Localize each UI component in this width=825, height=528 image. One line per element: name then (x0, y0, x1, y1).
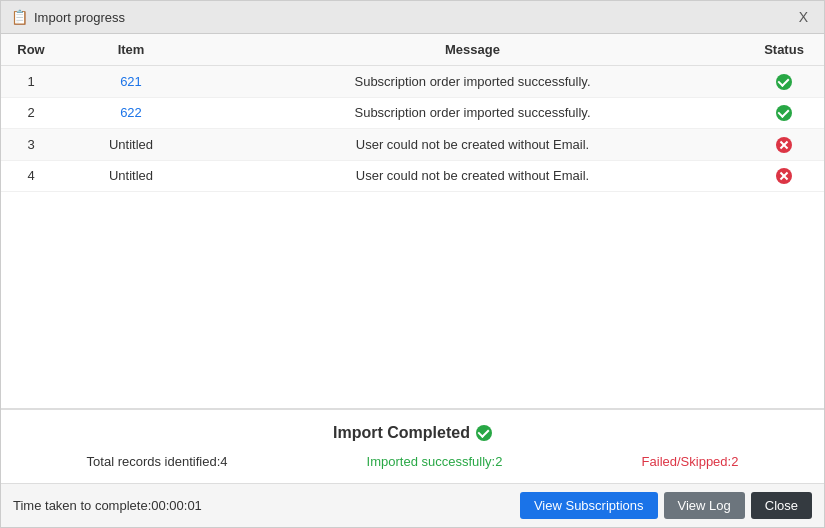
error-icon (776, 137, 792, 153)
time-taken: Time taken to complete:00:00:01 (13, 498, 202, 513)
cell-item[interactable]: 621 (61, 66, 201, 98)
dialog-footer: Time taken to complete:00:00:01 View Sub… (1, 483, 824, 527)
cell-message: Subscription order imported successfully… (201, 66, 744, 98)
col-header-message: Message (201, 34, 744, 66)
col-header-item: Item (61, 34, 201, 66)
import-table-area: Row Item Message Status 1621Subscription… (1, 34, 824, 409)
view-log-button[interactable]: View Log (664, 492, 745, 519)
close-button[interactable]: Close (751, 492, 812, 519)
cell-item: Untitled (61, 160, 201, 192)
cell-item: Untitled (61, 129, 201, 161)
error-icon (776, 168, 792, 184)
dialog-header: 📋 Import progress X (1, 1, 824, 34)
col-header-row: Row (1, 34, 61, 66)
table-row: 2622Subscription order imported successf… (1, 97, 824, 129)
cell-row-number: 4 (1, 160, 61, 192)
import-progress-dialog: 📋 Import progress X Row Item Message Sta… (0, 0, 825, 528)
stat-failed: Failed/Skipped:2 (642, 454, 739, 469)
cell-status (744, 129, 824, 161)
item-link[interactable]: 622 (120, 105, 142, 120)
dialog-title: Import progress (34, 10, 125, 25)
cell-message: Subscription order imported successfully… (201, 97, 744, 129)
import-icon: 📋 (11, 9, 28, 25)
cell-status (744, 97, 824, 129)
cell-status (744, 66, 824, 98)
footer-buttons: View Subscriptions View Log Close (520, 492, 812, 519)
completed-title: Import Completed (17, 424, 808, 442)
table-header-row: Row Item Message Status (1, 34, 824, 66)
success-icon (776, 74, 792, 90)
success-icon (776, 105, 792, 121)
cell-row-number: 3 (1, 129, 61, 161)
stat-total: Total records identified:4 (87, 454, 228, 469)
cell-row-number: 2 (1, 97, 61, 129)
completed-success-icon (476, 425, 492, 441)
stat-success: Imported successfully:2 (367, 454, 503, 469)
completed-title-text: Import Completed (333, 424, 470, 442)
import-table: Row Item Message Status 1621Subscription… (1, 34, 824, 192)
dialog-close-button[interactable]: X (793, 7, 814, 27)
col-header-status: Status (744, 34, 824, 66)
cell-message: User could not be created without Email. (201, 160, 744, 192)
cell-message: User could not be created without Email. (201, 129, 744, 161)
item-link[interactable]: 621 (120, 74, 142, 89)
cell-status (744, 160, 824, 192)
dialog-header-left: 📋 Import progress (11, 9, 125, 25)
table-row: 3UntitledUser could not be created witho… (1, 129, 824, 161)
table-row: 1621Subscription order imported successf… (1, 66, 824, 98)
completed-stats: Total records identified:4 Imported succ… (17, 454, 808, 469)
cell-item[interactable]: 622 (61, 97, 201, 129)
view-subscriptions-button[interactable]: View Subscriptions (520, 492, 658, 519)
table-row: 4UntitledUser could not be created witho… (1, 160, 824, 192)
cell-row-number: 1 (1, 66, 61, 98)
completed-area: Import Completed Total records identifie… (1, 409, 824, 483)
